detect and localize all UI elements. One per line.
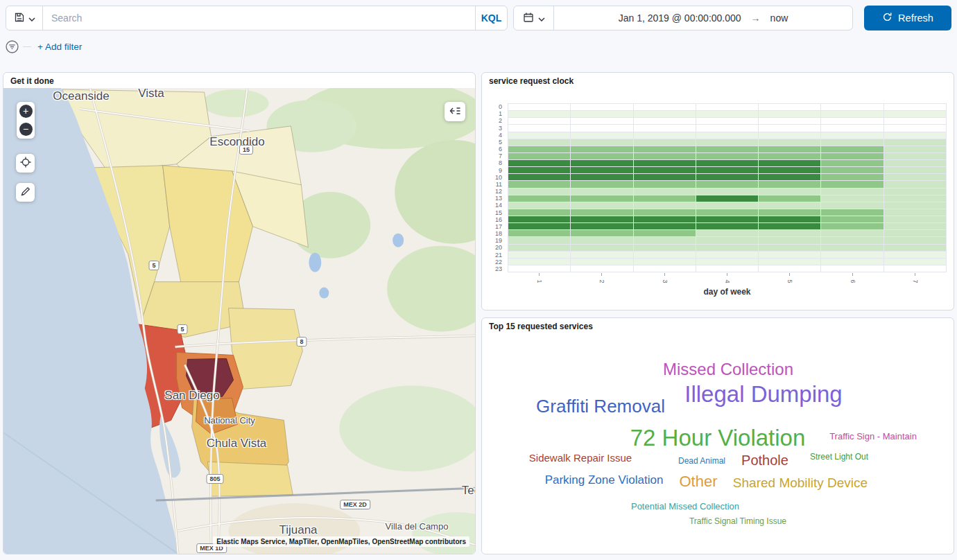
- heatmap-cell[interactable]: [571, 146, 632, 152]
- heatmap-cell[interactable]: [821, 237, 883, 243]
- heatmap-cell[interactable]: [884, 189, 946, 195]
- panel-title[interactable]: service request clock: [482, 73, 580, 86]
- heatmap-cell[interactable]: [508, 209, 570, 216]
- heatmap-cell[interactable]: [821, 202, 883, 209]
- heatmap-cell[interactable]: [508, 104, 570, 110]
- panel-title[interactable]: Get it done: [3, 73, 61, 86]
- heatmap-cell[interactable]: [634, 153, 696, 159]
- heatmap-cell[interactable]: [634, 104, 696, 110]
- heatmap-cell[interactable]: [696, 259, 758, 265]
- heatmap-cell[interactable]: [759, 132, 820, 139]
- heatmap-cell[interactable]: [696, 160, 758, 166]
- heatmap-cell[interactable]: [759, 125, 820, 131]
- tagcloud-word[interactable]: Traffic Signal Timing Issue: [689, 516, 786, 526]
- heatmap-cell[interactable]: [634, 223, 696, 229]
- heatmap-cell[interactable]: [508, 189, 570, 195]
- heatmap-cell[interactable]: [571, 223, 632, 229]
- heatmap-cell[interactable]: [759, 111, 820, 117]
- heatmap-cell[interactable]: [508, 230, 570, 236]
- heatmap-cell[interactable]: [571, 167, 632, 173]
- heatmap-cell[interactable]: [508, 245, 570, 251]
- heatmap-cell[interactable]: [821, 265, 883, 272]
- heatmap-cell[interactable]: [696, 245, 758, 251]
- heatmap-cell[interactable]: [508, 252, 570, 258]
- heatmap-cell[interactable]: [508, 237, 570, 243]
- heatmap-cell[interactable]: [508, 146, 570, 152]
- heatmap-cell[interactable]: [759, 259, 820, 265]
- heatmap-cell[interactable]: [696, 223, 758, 229]
- heatmap-cell[interactable]: [821, 189, 883, 195]
- date-quick-select-button[interactable]: [514, 6, 554, 30]
- heatmap-cell[interactable]: [696, 265, 758, 272]
- heatmap-cell[interactable]: [508, 125, 570, 131]
- refresh-button[interactable]: Refresh: [864, 6, 951, 30]
- heatmap-cell[interactable]: [634, 216, 696, 222]
- heatmap-cell[interactable]: [696, 167, 758, 173]
- heatmap-cell[interactable]: [759, 174, 820, 180]
- heatmap-cell[interactable]: [634, 245, 696, 251]
- heatmap-cell[interactable]: [821, 259, 883, 265]
- heatmap-cell[interactable]: [821, 230, 883, 236]
- heatmap-cell[interactable]: [571, 139, 632, 146]
- draw-tools-button[interactable]: [16, 183, 35, 202]
- heatmap-cell[interactable]: [508, 195, 570, 202]
- heatmap-cell[interactable]: [884, 223, 946, 229]
- heatmap-cell[interactable]: [696, 189, 758, 195]
- tagcloud-word[interactable]: Potential Missed Collection: [631, 501, 739, 511]
- heatmap-cell[interactable]: [821, 125, 883, 131]
- heatmap-cell[interactable]: [696, 252, 758, 258]
- heatmap-cell[interactable]: [821, 153, 883, 159]
- filter-menu-icon[interactable]: [6, 40, 19, 53]
- heatmap-cell[interactable]: [884, 104, 946, 110]
- tagcloud-word[interactable]: Graffiti Removal: [536, 396, 665, 417]
- heatmap-cell[interactable]: [508, 160, 570, 166]
- heatmap-cell[interactable]: [821, 174, 883, 180]
- heatmap-cell[interactable]: [634, 265, 696, 272]
- heatmap-cell[interactable]: [884, 111, 946, 117]
- heatmap-cell[interactable]: [571, 104, 632, 110]
- heatmap-cell[interactable]: [571, 160, 632, 166]
- heatmap-cell[interactable]: [696, 230, 758, 236]
- heatmap-cell[interactable]: [759, 153, 820, 159]
- heatmap-cell[interactable]: [571, 153, 632, 159]
- heatmap-cell[interactable]: [634, 202, 696, 209]
- heatmap-cell[interactable]: [634, 195, 696, 202]
- heatmap-cell[interactable]: [696, 174, 758, 180]
- heatmap-cell[interactable]: [759, 160, 820, 166]
- tagcloud-word[interactable]: Street Light Out: [810, 452, 868, 462]
- heatmap-cell[interactable]: [696, 181, 758, 187]
- tagcloud-word[interactable]: Sidewalk Repair Issue: [529, 452, 632, 464]
- heatmap-cell[interactable]: [634, 139, 696, 146]
- heatmap-cell[interactable]: [696, 216, 758, 222]
- tagcloud-word[interactable]: Illegal Dumping: [684, 381, 842, 408]
- heatmap-cell[interactable]: [884, 160, 946, 166]
- heatmap-cell[interactable]: [884, 174, 946, 180]
- heatmap-cell[interactable]: [759, 245, 820, 251]
- heatmap-cell[interactable]: [884, 195, 946, 202]
- heatmap-cell[interactable]: [884, 153, 946, 159]
- heatmap-cell[interactable]: [571, 181, 632, 187]
- heatmap-cell[interactable]: [508, 216, 570, 222]
- heatmap-cell[interactable]: [634, 259, 696, 265]
- tagcloud-word[interactable]: Missed Collection: [663, 360, 793, 379]
- heatmap-cell[interactable]: [884, 181, 946, 187]
- heatmap-cell[interactable]: [759, 181, 820, 187]
- heatmap-cell[interactable]: [759, 223, 820, 229]
- heatmap-cell[interactable]: [884, 259, 946, 265]
- heatmap-cell[interactable]: [508, 167, 570, 173]
- heatmap-cell[interactable]: [884, 237, 946, 243]
- heatmap-cell[interactable]: [508, 223, 570, 229]
- heatmap-cell[interactable]: [571, 237, 632, 243]
- tagcloud-word[interactable]: Shared Mobility Device: [733, 475, 868, 491]
- heatmap-cell[interactable]: [508, 111, 570, 117]
- heatmap-cell[interactable]: [759, 139, 820, 146]
- heatmap-cell[interactable]: [759, 195, 820, 202]
- heatmap-cell[interactable]: [634, 252, 696, 258]
- heatmap-cell[interactable]: [696, 153, 758, 159]
- heatmap-cell[interactable]: [884, 209, 946, 216]
- heatmap-cell[interactable]: [821, 118, 883, 124]
- heatmap-cell[interactable]: [508, 259, 570, 265]
- heatmap-cell[interactable]: [884, 245, 946, 251]
- heatmap-cell[interactable]: [571, 259, 632, 265]
- heatmap-cell[interactable]: [821, 167, 883, 173]
